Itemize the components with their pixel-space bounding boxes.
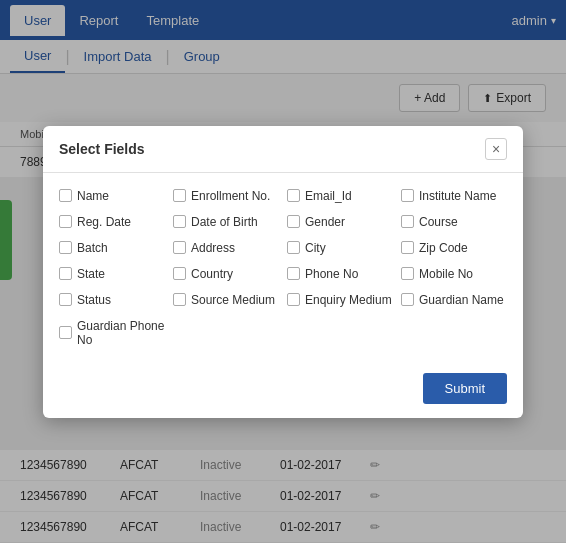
field-item-source: Source Medium [173,293,279,307]
app-container: User Report Template admin User | Import… [0,0,566,543]
checkbox-status[interactable] [59,293,72,306]
field-item-gender: Gender [287,215,393,229]
checkbox-address[interactable] [173,241,186,254]
checkbox-name[interactable] [59,189,72,202]
select-fields-modal: Select Fields × Name Enrollment No. E [43,126,523,418]
checkbox-mobile[interactable] [401,267,414,280]
checkbox-source[interactable] [173,293,186,306]
checkbox-course[interactable] [401,215,414,228]
field-item-institute: Institute Name [401,189,507,203]
field-item-phone: Phone No [287,267,393,281]
checkbox-batch[interactable] [59,241,72,254]
field-item-name: Name [59,189,165,203]
checkbox-zipcode[interactable] [401,241,414,254]
field-item-zipcode: Zip Code [401,241,507,255]
checkbox-email[interactable] [287,189,300,202]
checkbox-institute[interactable] [401,189,414,202]
field-item-email: Email_Id [287,189,393,203]
checkbox-enrollment[interactable] [173,189,186,202]
checkbox-city[interactable] [287,241,300,254]
field-item-address: Address [173,241,279,255]
field-item-guardian: Guardian Name [401,293,507,307]
modal-overlay: Select Fields × Name Enrollment No. E [0,0,566,543]
checkbox-phone[interactable] [287,267,300,280]
checkbox-guardian[interactable] [401,293,414,306]
field-item-status: Status [59,293,165,307]
checkbox-country[interactable] [173,267,186,280]
field-item-dob: Date of Birth [173,215,279,229]
field-item-regdate: Reg. Date [59,215,165,229]
checkbox-dob[interactable] [173,215,186,228]
field-item-country: Country [173,267,279,281]
field-item-state: State [59,267,165,281]
modal-title: Select Fields [59,141,145,157]
submit-button[interactable]: Submit [423,373,507,404]
field-item-mobile: Mobile No [401,267,507,281]
checkbox-gender[interactable] [287,215,300,228]
checkbox-guardian-phone[interactable] [59,326,72,339]
fields-grid: Name Enrollment No. Email_Id Institute N… [59,189,507,347]
field-item-enrollment: Enrollment No. [173,189,279,203]
field-item-course: Course [401,215,507,229]
checkbox-regdate[interactable] [59,215,72,228]
field-item-batch: Batch [59,241,165,255]
checkbox-state[interactable] [59,267,72,280]
field-item-enquiry: Enquiry Medium [287,293,393,307]
modal-close-button[interactable]: × [485,138,507,160]
modal-footer: Submit [43,363,523,418]
modal-header: Select Fields × [43,126,523,173]
checkbox-enquiry[interactable] [287,293,300,306]
modal-body: Name Enrollment No. Email_Id Institute N… [43,173,523,363]
field-item-city: City [287,241,393,255]
field-item-guardian-phone: Guardian Phone No [59,319,165,347]
